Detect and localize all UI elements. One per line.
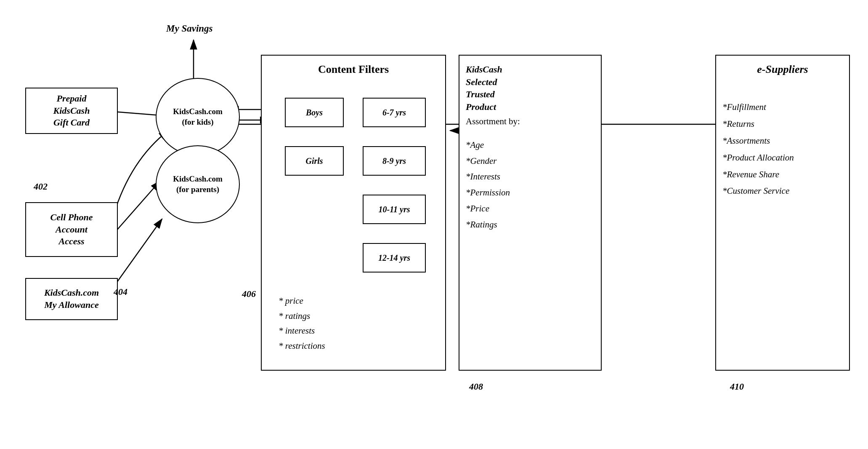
allowance-box: KidsCash.com My Allowance (25, 278, 118, 320)
svg-line-4 (114, 181, 160, 234)
filter-12-14: 12-14 yrs (363, 243, 426, 273)
content-filters-list: * price * ratings * interests * restrict… (279, 294, 325, 354)
kidscash-selected-box: KidsCash Selected Trusted Product Assort… (459, 55, 602, 371)
parents-oval-label: KidsCash.com (for parents) (173, 174, 223, 195)
filter-girls: Girls (285, 146, 344, 176)
esuppliers-box: e-Suppliers *Fulfillment *Returns *Assor… (715, 55, 850, 371)
filter-6-7: 6-7 yrs (363, 98, 426, 127)
esuppliers-title: e-Suppliers (716, 56, 849, 82)
parents-oval: KidsCash.com (for parents) (156, 145, 240, 223)
kidscash-selected-subtitle: Assortment by: (459, 115, 601, 129)
prepaid-label: Prepaid KidsCash Gift Card (53, 93, 90, 129)
allowance-label: KidsCash.com My Allowance (44, 287, 99, 311)
cellphone-label: Cell Phone Account Access (50, 211, 93, 248)
label-406: 406 (242, 289, 256, 299)
kids-oval: KidsCash.com (for kids) (156, 78, 240, 156)
kids-oval-label: KidsCash.com (for kids) (173, 107, 223, 127)
content-filters-title: Content Filters (262, 56, 445, 80)
filter-boys: Boys (285, 98, 344, 127)
kidscash-selected-title: KidsCash Selected Trusted Product (459, 56, 601, 115)
label-402: 402 (34, 181, 48, 192)
kidscash-selected-list: *Age *Gender *Interests *Permission *Pri… (459, 129, 601, 235)
esuppliers-list: *Fulfillment *Returns *Assortments *Prod… (716, 82, 849, 202)
diagram: My Savings Prepaid KidsCash Gift Card Ce… (0, 0, 868, 449)
filter-8-9: 8-9 yrs (363, 146, 426, 176)
prepaid-box: Prepaid KidsCash Gift Card (25, 88, 118, 134)
content-filters-box: Content Filters Boys 6-7 yrs Girls 8-9 y… (261, 55, 446, 371)
my-savings-label: My Savings (166, 23, 213, 34)
cellphone-box: Cell Phone Account Access (25, 202, 118, 257)
label-410: 410 (730, 381, 744, 392)
label-408: 408 (469, 381, 483, 392)
label-404: 404 (114, 286, 127, 297)
filter-10-11: 10-11 yrs (363, 195, 426, 224)
